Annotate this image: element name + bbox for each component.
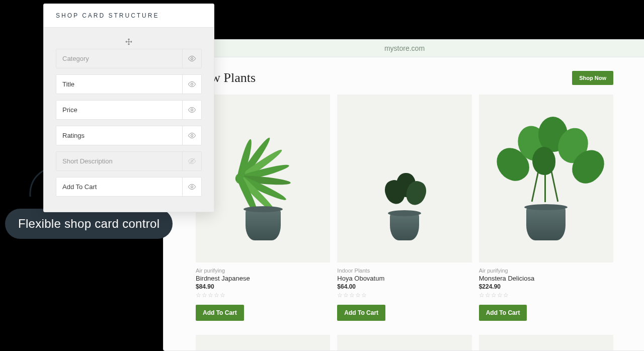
plant-icon — [488, 117, 604, 212]
field-price[interactable]: Price — [56, 100, 202, 120]
plant-icon — [208, 140, 318, 215]
field-label: Category — [56, 49, 182, 68]
eye-icon — [188, 80, 196, 89]
svg-point-2 — [191, 109, 193, 111]
visibility-toggle[interactable] — [182, 152, 201, 170]
visibility-toggle[interactable] — [182, 178, 201, 196]
field-label: Add To Cart — [56, 178, 182, 196]
add-to-cart-button[interactable]: Add To Cart — [196, 305, 244, 321]
eye-icon — [188, 183, 196, 191]
panel-body: Category Title Price Ratings — [44, 28, 214, 212]
product-image[interactable] — [337, 335, 471, 351]
field-ratings[interactable]: Ratings — [56, 126, 202, 145]
product-image[interactable] — [196, 95, 330, 262]
product-category: Air purifying — [196, 268, 330, 274]
field-short-description[interactable]: Short Description — [56, 151, 202, 171]
shop-now-button[interactable]: Shop Now — [572, 71, 613, 85]
product-title[interactable]: Monstera Deliciosa — [479, 275, 613, 282]
product-image[interactable] — [196, 335, 330, 351]
field-label: Price — [56, 101, 182, 119]
eye-icon — [188, 54, 196, 63]
visibility-toggle[interactable] — [182, 49, 201, 68]
product-image[interactable] — [479, 95, 613, 262]
product-card: Indoor Plants Hoya Obovatum $64.00 ☆☆☆☆☆… — [337, 95, 471, 321]
svg-point-0 — [191, 57, 193, 59]
field-category[interactable]: Category — [56, 49, 202, 68]
eye-icon — [188, 131, 196, 140]
add-to-cart-button[interactable]: Add To Cart — [337, 305, 385, 321]
field-title[interactable]: Title — [56, 74, 202, 94]
product-category: Indoor Plants — [337, 268, 471, 274]
eye-icon — [188, 106, 196, 114]
product-rating: ☆☆☆☆☆ — [196, 292, 330, 299]
field-add-to-cart[interactable]: Add To Cart — [56, 177, 202, 197]
product-title[interactable]: Hoya Obovatum — [337, 275, 471, 282]
visibility-toggle[interactable] — [182, 126, 201, 145]
product-price: $224.90 — [479, 283, 613, 290]
plant-icon — [374, 171, 435, 211]
svg-point-6 — [191, 186, 193, 188]
product-rating: ☆☆☆☆☆ — [337, 292, 471, 299]
product-price: $84.90 — [196, 283, 330, 290]
add-to-cart-button[interactable]: Add To Cart — [479, 305, 527, 321]
product-card: Air purifying Monstera Deliciosa $224.90… — [479, 95, 613, 321]
field-label: Ratings — [56, 126, 182, 145]
visibility-toggle[interactable] — [182, 75, 201, 94]
product-image[interactable] — [337, 95, 471, 262]
product-image[interactable] — [479, 335, 613, 351]
panel-title: SHOP CARD STRUCTURE — [44, 4, 214, 28]
svg-point-3 — [191, 134, 193, 136]
callout-text: Flexible shop card control — [5, 209, 173, 239]
url-bar: mystore.com — [164, 40, 644, 57]
shop-card-structure-panel: SHOP CARD STRUCTURE Category Title Price — [43, 4, 214, 212]
product-grid: Air purifying Birdnest Japanese $84.90 ☆… — [196, 95, 613, 321]
preview-window: mystore.com New Plants Shop Now — [163, 39, 644, 351]
eye-off-icon — [188, 157, 196, 165]
move-icon[interactable] — [56, 38, 202, 48]
product-title[interactable]: Birdnest Japanese — [196, 275, 330, 282]
product-category: Air purifying — [479, 268, 613, 274]
product-grid-row2 — [196, 335, 613, 351]
product-card: Air purifying Birdnest Japanese $84.90 ☆… — [196, 95, 330, 321]
visibility-toggle[interactable] — [182, 101, 201, 119]
product-price: $64.00 — [337, 283, 471, 290]
preview-content: New Plants Shop Now — [164, 57, 644, 351]
product-rating: ☆☆☆☆☆ — [479, 292, 613, 299]
field-label: Short Description — [56, 152, 182, 170]
svg-point-1 — [191, 83, 193, 85]
field-label: Title — [56, 75, 182, 94]
